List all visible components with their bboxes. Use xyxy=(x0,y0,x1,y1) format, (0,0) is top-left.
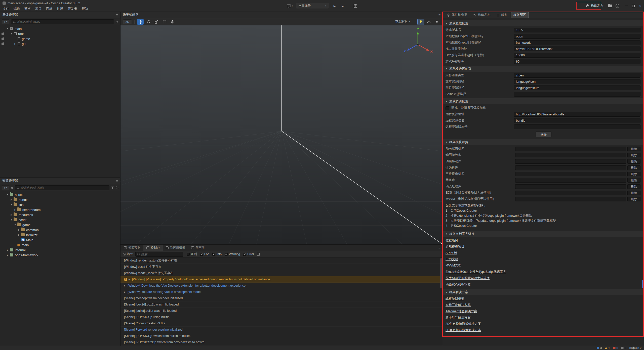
create-node-button[interactable] xyxy=(2,19,9,24)
menu-item[interactable]: 项目 xyxy=(33,6,44,12)
grid-toggle-button[interactable] xyxy=(426,19,432,25)
doc-link[interactable]: API文档 xyxy=(446,250,457,256)
module-delete-button[interactable]: 删除 xyxy=(627,147,640,151)
section-header-docs[interactable]: 框架文档工具链接 xyxy=(443,231,644,237)
menu-item[interactable]: 节点 xyxy=(22,6,33,12)
field-input[interactable] xyxy=(514,40,640,45)
log-row[interactable]: [Scene] [box2d]:box2d wasm lib loaded. xyxy=(120,301,443,308)
log-row[interactable]: [Scene] Cocos Creator v3.8.2 xyxy=(120,320,443,327)
build-publish-button[interactable]: 构建发布 xyxy=(584,3,605,9)
expander-icon[interactable] xyxy=(10,33,13,35)
preview-target-button[interactable] xyxy=(286,3,294,9)
solution-link[interactable]: 3D角色扮演游戏解决方案 xyxy=(446,327,481,333)
hierarchy-node-row[interactable]: main xyxy=(0,26,120,31)
doc-link[interactable]: MVVM文档 xyxy=(446,262,461,269)
save-button[interactable]: 保存 xyxy=(536,132,552,137)
status-count[interactable]: 0 xyxy=(621,346,626,349)
module-delete-button[interactable]: 删除 xyxy=(627,184,640,189)
scene-select[interactable]: 当前场景 xyxy=(296,3,329,9)
menu-item[interactable]: 帮助 xyxy=(79,6,90,12)
log-expander-icon[interactable] xyxy=(124,285,128,287)
close-button[interactable] xyxy=(639,4,641,8)
expander-icon[interactable] xyxy=(17,229,21,231)
panel-menu-icon[interactable] xyxy=(116,179,118,183)
module-path-input[interactable] xyxy=(515,147,626,151)
view-mode-select[interactable]: 正常浏览 xyxy=(393,20,412,24)
play-button[interactable] xyxy=(331,3,338,9)
module-path-input[interactable] xyxy=(515,197,626,201)
asset-row[interactable]: initialize xyxy=(0,232,120,237)
module-path-input[interactable] xyxy=(515,159,626,164)
asset-row[interactable]: Main xyxy=(0,237,120,242)
field-input[interactable] xyxy=(514,92,640,97)
doc-link[interactable]: ECS文档 xyxy=(446,256,458,262)
console-tab[interactable]: 动画编辑器 xyxy=(163,245,188,251)
field-input[interactable] xyxy=(514,124,640,129)
lock-icon[interactable] xyxy=(2,38,4,40)
field-input[interactable] xyxy=(514,34,640,39)
anchor-tool-button[interactable] xyxy=(169,19,176,25)
hierarchy-node-row[interactable]: root xyxy=(0,31,120,36)
panel-menu-icon[interactable] xyxy=(116,13,118,17)
remote-load-checkbox[interactable] xyxy=(446,106,449,110)
log-row[interactable]: [Scene] [bullet]:bullet wasm lib loaded. xyxy=(120,308,443,314)
log-row[interactable]: [Scene] meshopt wasm decoder initialized xyxy=(120,295,443,301)
module-path-input[interactable] xyxy=(515,172,626,176)
help-icon[interactable] xyxy=(616,4,619,8)
scene-viewport[interactable]: Y X Z xyxy=(120,25,443,244)
console-filter-checkbox[interactable]: Info xyxy=(212,252,222,256)
section-header-modules[interactable]: 框架模块裁剪 xyxy=(443,139,644,145)
module-path-input[interactable] xyxy=(515,178,626,183)
module-delete-button[interactable]: 删除 xyxy=(627,191,640,195)
sort-icon[interactable] xyxy=(11,187,13,189)
log-row[interactable]: [Scene] Forward render pipeline initiali… xyxy=(120,327,443,333)
doc-link[interactable]: 游戏模板项目 xyxy=(446,244,464,250)
console-filter-checkbox[interactable]: Error xyxy=(243,252,254,256)
expander-icon[interactable] xyxy=(10,219,13,221)
field-input[interactable] xyxy=(514,59,640,64)
dimension-toggle-button[interactable]: 3D xyxy=(123,19,132,24)
expander-icon[interactable] xyxy=(10,214,13,216)
solution-link[interactable]: 全栈开发解决方案 xyxy=(446,302,471,308)
field-input[interactable] xyxy=(514,28,640,32)
console-scrollbar[interactable] xyxy=(440,258,442,288)
scale-tool-button[interactable] xyxy=(153,19,160,25)
log-row[interactable]: [Window] render_texture文件夹不存在 xyxy=(120,257,443,264)
clear-console-button[interactable]: 清空 xyxy=(123,252,133,256)
console-tab[interactable]: 动画图 xyxy=(188,245,208,251)
asset-row[interactable]: bundle xyxy=(0,197,120,202)
doc-link[interactable]: 动画状态机编辑器 xyxy=(446,281,471,288)
module-path-input[interactable] xyxy=(515,153,626,157)
move-tool-button[interactable] xyxy=(137,19,144,25)
asset-row[interactable]: oops-framework xyxy=(0,252,120,257)
status-count[interactable]: 1 xyxy=(605,346,610,349)
asset-row[interactable]: main xyxy=(0,242,120,247)
field-input[interactable] xyxy=(514,112,640,117)
menu-item[interactable]: 扩展 xyxy=(55,6,65,12)
inspector-tab[interactable]: 构建发布 xyxy=(471,12,493,18)
maximize-button[interactable] xyxy=(632,5,635,7)
status-count[interactable]: 0 xyxy=(613,346,618,349)
expander-icon[interactable] xyxy=(14,43,17,45)
refresh-icon[interactable] xyxy=(115,186,119,190)
section-header-basic[interactable]: 游戏基础配置 xyxy=(443,20,644,26)
section-header-language[interactable]: 游戏多语言配置 xyxy=(443,66,644,72)
menu-item[interactable]: 面板 xyxy=(44,6,55,12)
field-input[interactable] xyxy=(514,79,640,84)
console-search-input[interactable] xyxy=(141,252,181,256)
expander-icon[interactable] xyxy=(6,254,9,256)
console-filter-checkbox[interactable]: Warning xyxy=(225,252,240,256)
layout-button[interactable] xyxy=(349,3,358,9)
expander-icon[interactable] xyxy=(6,249,9,251)
log-row[interactable]: [Scene] [PHYSICS]: using builtin. xyxy=(120,314,443,320)
console-filter-checkbox[interactable]: Log xyxy=(200,252,209,256)
expander-icon[interactable] xyxy=(14,209,17,211)
expander-icon[interactable] xyxy=(14,224,17,226)
console-tab[interactable]: 资源预览 xyxy=(121,245,143,251)
scene-settings-button[interactable] xyxy=(434,19,440,25)
menu-item[interactable]: 文件 xyxy=(1,6,11,12)
doc-link[interactable]: 教程项目 xyxy=(446,237,458,244)
panel-menu-icon[interactable] xyxy=(438,13,440,17)
module-path-input[interactable] xyxy=(515,191,626,195)
filter-icon[interactable] xyxy=(116,21,118,23)
